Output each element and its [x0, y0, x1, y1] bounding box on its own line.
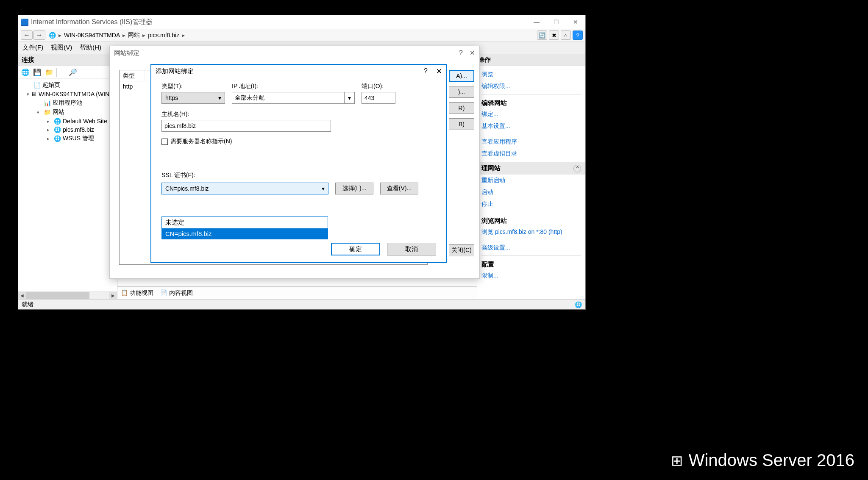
ssl-option-none[interactable]: 未选定 [162, 217, 328, 228]
connections-header: 连接 [18, 54, 117, 66]
action-group-manage-site: 理网站⌃ [477, 162, 585, 175]
tree-server[interactable]: ▾🖥 WIN-0KS94TNTMDA (WIN-0KS94TNTMDA\Admi… [20, 90, 115, 98]
action-restart[interactable]: 重新启动 [481, 175, 581, 186]
ok-button[interactable]: 确定 [331, 243, 380, 255]
save-icon[interactable]: 💾 [33, 68, 42, 77]
remove-button-partial[interactable]: R) [449, 102, 474, 114]
host-input[interactable] [161, 120, 331, 132]
app-icon: 🟦 [21, 18, 28, 26]
action-bindings[interactable]: 绑定... [481, 108, 581, 120]
crumb-sites[interactable]: 网站 [128, 31, 140, 39]
menu-help[interactable]: 帮助(H) [80, 44, 101, 52]
sni-label: 需要服务器名称指示(N) [170, 138, 232, 145]
dialog2-help-button[interactable]: ? [424, 67, 428, 75]
add-site-binding-dialog: 添加网站绑定 ? ✕ 类型(T): https▾ IP 地址(I): ▾ 端口(… [150, 64, 447, 263]
stop-icon[interactable]: ✖ [549, 31, 559, 40]
ssl-option-cn[interactable]: CN=pics.mf8.biz [162, 228, 328, 239]
action-browse[interactable]: 浏览 [481, 69, 581, 80]
nav-bar: ← → 🌐 ▸ WIN-0KS94TNTMDA ▸ 网站 ▸ pics.mf8.… [18, 29, 585, 42]
sni-checkbox[interactable] [161, 139, 168, 145]
ssl-cert-select[interactable]: CN=pics.mf8.biz▾ [161, 183, 328, 194]
help-icon[interactable]: ? [573, 31, 583, 40]
dialog-title: 网站绑定 [114, 49, 139, 57]
tree-app-pools[interactable]: 📊 应用程序池 [20, 98, 115, 108]
windows-logo-icon: ⊞ [671, 452, 683, 469]
ssl-label: SSL 证书(F): [161, 172, 436, 179]
content-view-tab[interactable]: 📄 内容视图 [160, 289, 193, 297]
home-icon[interactable]: ⌂ [561, 31, 571, 40]
tree-pics-site[interactable]: ▸🌐 pics.mf8.biz [20, 125, 115, 134]
menu-view[interactable]: 视图(V) [51, 44, 72, 52]
port-label: 端口(O): [362, 83, 395, 90]
tree-wsus-site[interactable]: ▸🌐 WSUS 管理 [20, 134, 115, 143]
crumb-server[interactable]: WIN-0KS94TNTMDA [64, 32, 120, 39]
status-bar: 就绪 🌐 [18, 299, 585, 309]
action-stop[interactable]: 停止 [481, 198, 581, 210]
cancel-button[interactable]: 取消 [387, 243, 436, 255]
type-label: 类型(T): [161, 83, 225, 90]
window-title: Internet Information Services (IIS)管理器 [31, 18, 527, 27]
forward-button[interactable]: → [33, 31, 45, 40]
watermark-text: Windows Server 2016 [689, 451, 854, 470]
action-basic-settings[interactable]: 基本设置... [481, 120, 581, 132]
connect-icon[interactable]: 🌐 [21, 68, 30, 77]
collapse-icon[interactable]: ⌃ [573, 165, 581, 172]
view-cert-button[interactable]: 查看(V)... [380, 183, 418, 194]
edit-button-partial[interactable]: )... [449, 86, 474, 98]
close-button[interactable]: ✕ [566, 15, 585, 29]
dialog-close-button[interactable]: ✕ [470, 49, 475, 57]
sidebar-toolbar: 🌐 💾 📁 🔎 [18, 66, 117, 79]
sidebar-hscroll[interactable]: ◀▶ [18, 291, 117, 299]
action-group-edit-site: 编辑网站 [481, 96, 581, 108]
browse-button-partial[interactable]: B) [449, 118, 474, 130]
tree-sites[interactable]: ▾📁 网站 [20, 108, 115, 117]
globe-icon: 🌐 [49, 32, 56, 39]
up-icon[interactable]: 🔎 [68, 68, 78, 77]
dialog2-title: 添加网站绑定 [156, 67, 194, 75]
add-button-partial[interactable]: A)... [449, 70, 474, 82]
action-limit[interactable]: 限制... [481, 270, 581, 282]
titlebar: 🟦 Internet Information Services (IIS)管理器… [18, 15, 585, 29]
refresh-icon[interactable]: 🔄 [537, 31, 547, 40]
host-label: 主机名(H): [161, 111, 436, 118]
action-start[interactable]: 启动 [481, 186, 581, 198]
ip-label: IP 地址(I): [232, 83, 355, 90]
tree-view: 📄 起始页 ▾🖥 WIN-0KS94TNTMDA (WIN-0KS94TNTMD… [18, 79, 117, 291]
chevron-down-icon: ▾ [322, 185, 325, 192]
action-browse-link[interactable]: 浏览 pics.mf8.biz on *:80 (http) [481, 226, 581, 238]
action-group-config: 配置 [481, 258, 581, 270]
separator [56, 68, 66, 77]
chevron-down-icon: ▾ [218, 94, 221, 101]
action-advanced[interactable]: 高级设置... [481, 242, 581, 254]
tree-default-site[interactable]: ▸🌐 Default Web Site [20, 117, 115, 125]
chevron-down-icon[interactable]: ▾ [345, 92, 355, 104]
actions-header: 操作 [477, 54, 585, 66]
bottom-tabs: 📋 功能视图 📄 内容视图 [117, 286, 477, 299]
back-button[interactable]: ← [21, 31, 33, 40]
feature-view-tab[interactable]: 📋 功能视图 [121, 289, 153, 297]
type-select[interactable]: https▾ [161, 92, 225, 104]
col-type[interactable]: 类型 [120, 70, 145, 81]
select-cert-button[interactable]: 选择(L)... [335, 183, 373, 194]
crumb-site[interactable]: pics.mf8.biz [148, 32, 179, 39]
action-view-apps[interactable]: 查看应用程序 [481, 136, 581, 148]
dialog2-close-button[interactable]: ✕ [436, 67, 442, 76]
action-view-vdirs[interactable]: 查看虚拟目录 [481, 148, 581, 160]
dialog-help-button[interactable]: ? [459, 49, 463, 57]
actions-pane: 操作 浏览 编辑权限... 编辑网站 绑定... 基本设置... 查看应用程序 … [477, 54, 585, 299]
action-edit-permissions[interactable]: 编辑权限... [481, 80, 581, 92]
close-dialog-button[interactable]: 关闭(C) [449, 244, 474, 256]
menu-file[interactable]: 文件(F) [22, 44, 43, 52]
ip-select[interactable] [232, 92, 345, 104]
ssl-cert-dropdown: 未选定 CN=pics.mf8.biz [161, 216, 328, 239]
status-text: 就绪 [22, 301, 33, 308]
port-input[interactable] [362, 92, 395, 104]
connections-pane: 连接 🌐 💾 📁 🔎 📄 起始页 ▾🖥 WIN-0KS94TNTMDA (WIN… [18, 54, 117, 299]
tree-start-page[interactable]: 📄 起始页 [20, 80, 115, 90]
breadcrumb[interactable]: 🌐 ▸ WIN-0KS94TNTMDA ▸ 网站 ▸ pics.mf8.biz … [49, 31, 185, 39]
minimize-button[interactable]: — [527, 15, 546, 29]
maximize-button[interactable]: ☐ [546, 15, 566, 29]
action-group-browse-site: 浏览网站 [481, 214, 581, 226]
folder-icon[interactable]: 📁 [45, 68, 54, 77]
status-globe-icon: 🌐 [575, 301, 582, 308]
